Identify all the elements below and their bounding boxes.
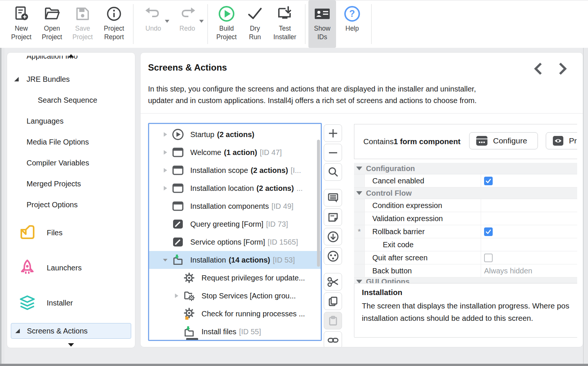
copy-button[interactable] <box>324 292 342 310</box>
comment-button[interactable] <box>324 189 342 207</box>
undo-dropdown-arrow[interactable] <box>165 20 169 23</box>
collapsed-expander-icon[interactable] <box>170 292 183 299</box>
tree-scrollbar-thumb[interactable] <box>317 140 320 267</box>
sidebar-item-application-info[interactable]: Application Info <box>7 56 135 63</box>
tree-item-welcome[interactable]: Welcome (1 action) [ID 47] <box>149 143 321 161</box>
sidebar-item-compiler-variables[interactable]: Compiler Variables <box>7 158 135 168</box>
redo-dropdown-arrow[interactable] <box>199 20 204 23</box>
main-toolbar: New Project Open Project Save Project <box>0 0 588 48</box>
preview-button[interactable]: Pr <box>546 132 577 149</box>
sidebar-item-media-file-options[interactable]: Media File Options <box>7 137 135 147</box>
section-header-control-flow[interactable]: Control Flow <box>354 187 577 199</box>
property-name: Quit after screen <box>365 251 481 264</box>
preview-label: Pr <box>569 136 577 145</box>
sidebar-item-project-options[interactable]: Project Options <box>7 199 135 210</box>
sidebar-item-files[interactable]: Files <box>7 224 135 242</box>
property-value[interactable]: Always hidden <box>484 267 532 275</box>
save-project-button[interactable]: Save Project <box>67 0 98 48</box>
row-gutter <box>354 251 365 264</box>
collapsed-expander-icon[interactable] <box>159 167 172 174</box>
new-project-button[interactable]: New Project <box>6 0 37 48</box>
scroll-down-arrow[interactable] <box>68 343 74 347</box>
open-project-button[interactable]: Open Project <box>37 0 67 48</box>
test-installer-button[interactable]: Test Installer <box>268 0 302 48</box>
search-button[interactable] <box>324 163 342 181</box>
tree-item-installation[interactable]: Installation (14 actions) [ID 53] <box>149 251 321 269</box>
project-report-label: Project Report <box>104 24 124 41</box>
tree-item-stop-services[interactable]: Stop Services [Action grou... <box>149 287 321 305</box>
sidebar-item-label: Merged Projects <box>7 180 81 188</box>
collapsed-expander-icon[interactable] <box>159 131 172 138</box>
cut-button[interactable] <box>324 273 342 291</box>
remove-button[interactable] <box>324 144 342 161</box>
sidebar-item-languages[interactable]: Languages <box>7 116 135 126</box>
tree-item-id: ... <box>296 184 303 193</box>
expanded-expander-icon[interactable] <box>159 257 172 263</box>
tree-item-check-running-processes[interactable]: Check for running processes ... <box>149 305 321 323</box>
tree-item-request-privileges[interactable]: Request privileges for update... <box>149 269 321 287</box>
tree-item-startup[interactable]: Startup (2 actions) <box>149 125 321 143</box>
sidebar-item-jre-bundles[interactable]: JRE Bundles <box>7 74 135 84</box>
property-name: Rollback barrier <box>365 225 481 238</box>
sidebar-item-launchers[interactable]: Launchers <box>7 259 135 277</box>
sidebar-item-label: Launchers <box>47 264 81 272</box>
note-button[interactable] <box>324 208 342 226</box>
project-report-button[interactable]: Project Report <box>98 0 130 48</box>
sidebar-item-screens-actions[interactable]: Screens & Actions <box>11 323 131 339</box>
tree-item-query-greeting[interactable]: Query greeting [Form] [ID 73] <box>149 215 321 233</box>
files-icon <box>18 224 36 242</box>
tree-item-service-options[interactable]: Service options [Form] [ID 1565] <box>149 233 321 251</box>
dry-run-button[interactable]: Dry Run <box>242 0 268 48</box>
sidebar-item-merged-projects[interactable]: Merged Projects <box>7 179 135 189</box>
section-header-configuration[interactable]: Configuration <box>354 163 577 174</box>
form-components-box: Contains 1 form component Configure <box>354 124 577 159</box>
configure-button[interactable]: Configure <box>469 132 538 149</box>
checkbox-checked[interactable] <box>484 177 493 185</box>
checkbox-unchecked[interactable] <box>484 254 493 262</box>
property-row-quit-after-screen[interactable]: Quit after screen <box>354 251 577 264</box>
property-row-condition-expression[interactable]: Condition expression <box>354 199 577 212</box>
sidebar-item-installer[interactable]: Installer <box>7 294 135 312</box>
socket-button[interactable] <box>324 247 342 265</box>
checkbox-checked[interactable] <box>484 227 493 236</box>
contains-count: 1 form component <box>394 137 461 146</box>
property-row-cancel-enabled[interactable]: Cancel enabled <box>354 174 577 187</box>
tree-item-installation-location[interactable]: Installation location (2 actions) ... <box>149 179 321 197</box>
action-group-icon <box>183 289 196 302</box>
undo-button[interactable]: Undo <box>136 0 170 48</box>
property-row-back-button[interactable]: Back button Always hidden <box>354 264 577 277</box>
section-collapse-icon <box>356 191 362 195</box>
redo-button[interactable]: Redo <box>170 0 204 48</box>
tree-item-install-files[interactable]: Install files [ID 55] <box>149 323 321 341</box>
link-button[interactable] <box>324 331 342 347</box>
property-name: Exit code <box>365 238 481 251</box>
redo-label: Redo <box>179 24 195 33</box>
show-ids-button[interactable]: Show IDs <box>308 0 336 48</box>
form-pencil-icon <box>172 218 184 230</box>
paste-button[interactable] <box>324 312 342 329</box>
property-value-empty[interactable] <box>481 212 577 225</box>
property-row-exit-code[interactable]: Exit code <box>354 238 577 251</box>
screens-actions-tree[interactable]: Startup (2 actions) Welcome (1 action) [… <box>148 123 322 341</box>
build-project-button[interactable]: Build Project <box>211 0 242 48</box>
scissors-icon <box>327 276 339 288</box>
tree-item-label: Installation <box>190 256 226 264</box>
download-screen-button[interactable] <box>324 228 342 245</box>
rocket-icon <box>18 259 36 277</box>
property-name: Cancel enabled <box>365 174 481 187</box>
property-row-validation-expression[interactable]: Validation expression <box>354 212 577 225</box>
collapsed-expander-icon[interactable] <box>159 185 172 192</box>
property-row-rollback-barrier[interactable]: * Rollback barrier <box>354 225 577 238</box>
undo-label: Undo <box>145 24 161 33</box>
property-value-empty[interactable] <box>481 238 577 251</box>
tree-item-installation-scope[interactable]: Installation scope (2 actions) [I... <box>149 161 321 179</box>
toolbar-separator <box>305 4 305 44</box>
sidebar-item-search-sequence[interactable]: Search Sequence <box>7 95 135 105</box>
property-value-empty[interactable] <box>481 199 577 212</box>
sidebar-item-label: Screens & Actions <box>11 327 87 335</box>
tree-item-installation-components[interactable]: Installation components [ID 49] <box>149 197 321 215</box>
collapsed-expander-icon[interactable] <box>159 149 172 156</box>
add-button[interactable] <box>324 124 342 142</box>
help-button[interactable]: ? Help <box>336 0 368 48</box>
save-project-label: Save Project <box>73 24 93 41</box>
